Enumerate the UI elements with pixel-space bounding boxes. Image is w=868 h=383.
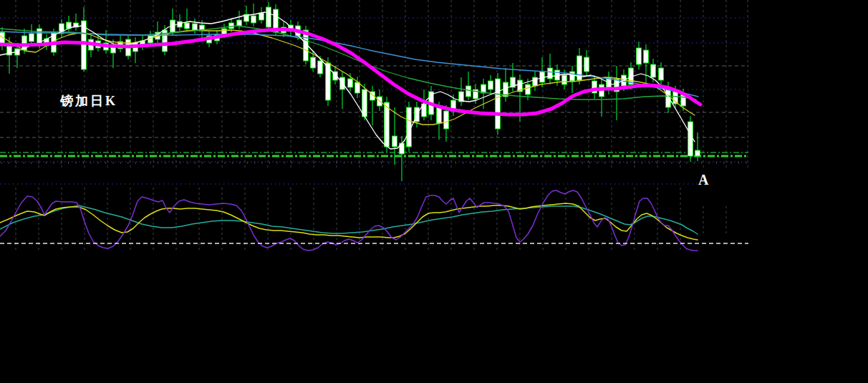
candlestick-chart-canvas[interactable] [0,0,868,383]
annotation-a-label: A [698,172,708,188]
trading-chart-window: 镑加日K A [0,0,868,383]
chart-title: 镑加日K [60,92,117,110]
